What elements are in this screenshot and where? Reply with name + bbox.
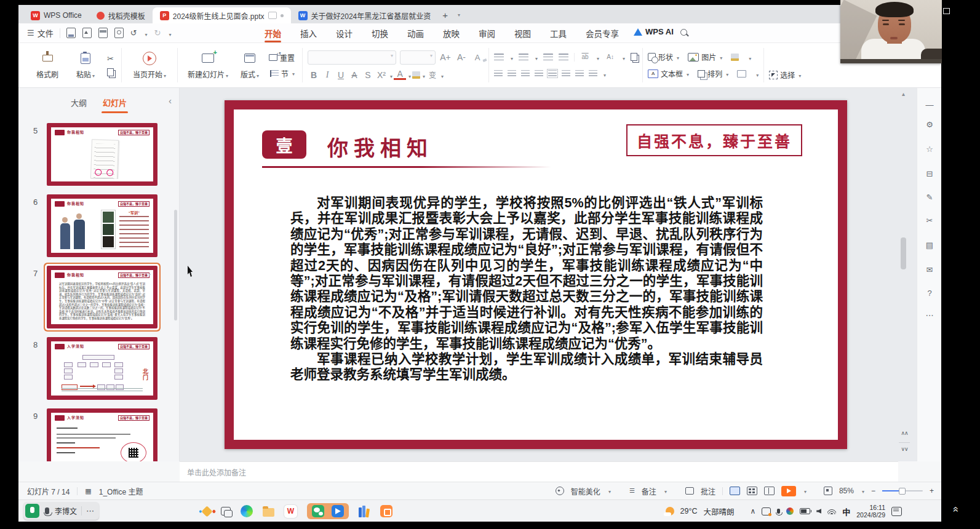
file-menu-button[interactable]: ☰ 文件 [27,27,54,39]
vertical-scrollbar-thumb[interactable] [901,237,906,269]
text-direction-icon[interactable] [562,70,570,77]
tab-insert[interactable]: 插入 [299,23,318,43]
tab-design[interactable]: 设计 [335,23,354,43]
smart-beautify-button[interactable]: 智能美化 [571,486,600,496]
wps-ai-button[interactable]: WPS AI [634,27,674,36]
battery-icon[interactable] [800,508,810,514]
notes-bar[interactable]: 单击此处添加备注 [180,461,898,482]
notes-toggle-button[interactable]: 备注 [642,486,656,496]
fill-dropdown[interactable] [747,52,751,63]
notes-dropdown[interactable] [663,487,667,495]
slide-sorter-view-button[interactable] [747,487,757,495]
notification-center-icon[interactable] [891,507,902,516]
copilot-sparkle-icon[interactable] [201,506,212,517]
new-slide-button[interactable]: 新建幻灯片 [183,43,233,87]
font-size-select[interactable] [400,50,436,65]
add-slide-button[interactable]: + [18,457,179,461]
tab-slides[interactable]: 幻灯片 [103,97,127,108]
tab-tools[interactable]: 工具 [549,23,568,43]
zoom-level[interactable]: 85% [839,487,854,495]
hide-panel-icon[interactable]: — [917,100,942,109]
tab-member[interactable]: 会员专享 [584,23,620,43]
speaker-icon[interactable] [816,509,821,514]
layout-dropdown[interactable] [255,71,259,79]
file-explorer-icon[interactable] [263,508,274,517]
beautify-dropdown[interactable] [607,487,611,495]
cut-icon[interactable]: ✂ [107,55,114,63]
shapes-dropdown[interactable] [675,53,679,62]
tab-animations[interactable]: 动画 [406,23,425,43]
tab-docer-templates[interactable]: 找稻壳模板 [89,7,153,23]
paragraph-settings-icon[interactable] [631,53,637,61]
more-tools-icon[interactable]: ⋯ [917,311,942,320]
text-effect-button[interactable]: 变 [426,70,439,80]
undo-icon[interactable]: ↺ [130,29,137,37]
textbox-button[interactable]: A文本框 [648,68,689,79]
slide-thumbnail-9[interactable]: 入学须知 自强不息，臻于至善 [47,408,157,461]
zoom-slider[interactable] [882,490,923,491]
zoom-slider-thumb[interactable] [899,488,906,495]
tab-word-document[interactable]: W 关于做好2024年黑龙江省基层就业资 [291,7,439,23]
library-app-icon[interactable] [359,506,370,517]
screen-clip-tray-icon[interactable] [762,507,771,515]
align-right-icon[interactable] [521,70,530,77]
window-restore-icon[interactable] [943,8,950,14]
redo-icon[interactable]: ↻ [154,29,161,37]
picture-button[interactable]: 图片 [688,52,722,62]
play-mode-dropdown[interactable] [803,487,807,495]
theme-dice-icon[interactable]: ▦ [85,488,91,495]
reading-view-button[interactable] [764,487,775,495]
help-icon[interactable]: ? [917,288,942,298]
new-tab-button[interactable]: + [438,7,452,23]
tab-list-dropdown[interactable] [452,6,464,23]
section-button[interactable]: 节 [269,68,295,79]
line-spacing-icon[interactable]: A↕ [605,54,616,60]
clear-format-button[interactable]: A [471,53,484,62]
task-view-icon[interactable] [221,507,231,515]
select-dropdown[interactable] [797,71,801,79]
italic-button[interactable]: I [321,70,333,80]
tab-review[interactable]: 审阅 [477,23,496,43]
weather-desc[interactable]: 大部晴朗 [703,506,734,517]
resources-icon[interactable]: ▤ [917,241,942,250]
slide-canvas[interactable]: 壹 你我相知 自强不息，臻于至善 对军训期间表现优异的学生，学校将按照5%的比例… [180,88,917,461]
grow-font-button[interactable]: A+ [439,52,452,62]
numbered-dropdown[interactable] [534,52,538,63]
select-button[interactable]: 选择 [769,70,801,80]
fill-color-icon[interactable] [731,54,739,61]
next-slide-button[interactable]: ∨∨ [898,447,911,451]
zoom-in-button[interactable]: + [930,487,934,495]
tab-outline[interactable]: 大纲 [71,97,87,108]
wechat-icon[interactable] [312,505,324,517]
ime-indicator[interactable]: 中 [842,506,850,517]
picture-dropdown[interactable] [719,53,722,62]
play-from-page-button[interactable]: 当页开始 [127,43,172,87]
previous-slide-button[interactable]: ∧∧ [898,431,911,436]
paste-button[interactable]: 粘贴 [66,43,105,87]
align-center-icon[interactable] [508,70,516,77]
bullet-list-icon[interactable] [494,54,504,61]
slideshow-play-button[interactable] [781,486,796,496]
arrange-dropdown[interactable] [725,70,728,78]
columns-icon[interactable] [575,70,584,77]
save-icon[interactable] [66,28,76,38]
justify-icon[interactable] [535,70,543,77]
export-icon[interactable] [82,28,92,38]
highlight-color-icon[interactable] [412,71,420,79]
paragraph-more-dropdown[interactable] [602,68,606,79]
normal-view-button[interactable] [730,487,740,495]
wifi-icon[interactable] [827,509,836,514]
play-dropdown[interactable] [162,71,166,79]
tab-home[interactable]: 开始 [263,23,282,43]
shapes-button[interactable]: 形状 [648,52,679,62]
comments-toggle-button[interactable]: 批注 [701,486,715,496]
microphone-icon[interactable] [45,507,49,514]
current-slide[interactable]: 壹 你我相知 自强不息，臻于至善 对军训期间表现优异的学生，学校将按照5%的比例… [225,100,847,449]
numbered-list-icon[interactable] [519,54,528,61]
copy-icon[interactable] [107,68,114,76]
layout-button[interactable]: 版式 [233,43,266,87]
paste-dropdown[interactable] [91,71,95,79]
font-family-select[interactable] [308,50,396,65]
bold-button[interactable]: B [308,70,320,80]
meeting-more-button[interactable]: ⋯ [81,506,94,515]
